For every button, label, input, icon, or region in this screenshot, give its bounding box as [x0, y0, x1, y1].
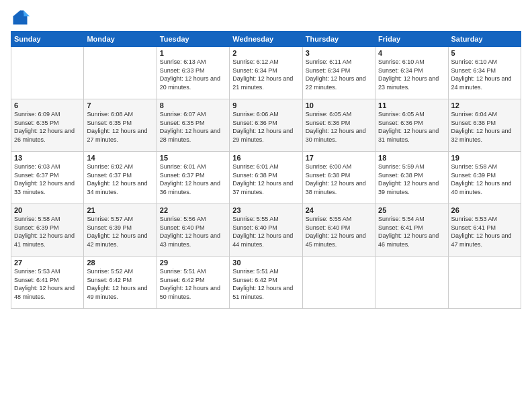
daylight-text: Daylight: 12 hours and 38 minutes.: [306, 180, 366, 195]
day-info: Sunrise: 6:01 AM Sunset: 6:37 PM Dayligh…: [160, 163, 226, 196]
day-number: 25: [378, 206, 445, 214]
daylight-text: Daylight: 12 hours and 49 minutes.: [87, 285, 147, 300]
day-cell: 6 Sunrise: 6:09 AM Sunset: 6:35 PM Dayli…: [11, 99, 84, 152]
day-number: 5: [451, 49, 518, 57]
day-info: Sunrise: 6:04 AM Sunset: 6:36 PM Dayligh…: [451, 110, 518, 144]
svg-marker-1: [24, 11, 30, 17]
sunrise-text: Sunrise: 5:57 AM: [87, 216, 133, 222]
day-cell: 26 Sunrise: 5:53 AM Sunset: 6:41 PM Dayl…: [448, 204, 521, 257]
day-number: 7: [87, 101, 153, 109]
day-number: 30: [232, 259, 299, 267]
day-info: Sunrise: 5:53 AM Sunset: 6:41 PM Dayligh…: [451, 215, 518, 248]
day-number: 18: [378, 154, 445, 162]
day-info: Sunrise: 6:06 AM Sunset: 6:36 PM Dayligh…: [232, 110, 299, 144]
day-number: 2: [232, 49, 299, 57]
sunrise-text: Sunrise: 6:13 AM: [160, 58, 206, 65]
sunset-text: Sunset: 6:37 PM: [160, 172, 205, 179]
header-cell: Tuesday: [157, 32, 229, 47]
logo: [11, 8, 32, 27]
day-number: 29: [160, 259, 226, 267]
day-cell: 17 Sunrise: 6:00 AM Sunset: 6:38 PM Dayl…: [302, 152, 375, 204]
day-cell: [11, 47, 84, 99]
sunset-text: Sunset: 6:36 PM: [306, 120, 351, 126]
day-cell: 8 Sunrise: 6:07 AM Sunset: 6:35 PM Dayli…: [157, 99, 229, 152]
daylight-text: Daylight: 12 hours and 23 minutes.: [378, 75, 439, 91]
day-cell: 19 Sunrise: 5:58 AM Sunset: 6:39 PM Dayl…: [448, 152, 521, 204]
daylight-text: Daylight: 12 hours and 30 minutes.: [306, 128, 366, 143]
sunset-text: Sunset: 6:35 PM: [14, 120, 59, 126]
header: [11, 8, 521, 27]
sunrise-text: Sunrise: 6:11 AM: [306, 58, 352, 65]
day-info: Sunrise: 5:57 AM Sunset: 6:39 PM Dayligh…: [87, 215, 153, 248]
sunrise-text: Sunrise: 6:02 AM: [87, 163, 133, 170]
sunrise-text: Sunrise: 6:09 AM: [14, 111, 60, 118]
header-row: SundayMondayTuesdayWednesdayThursdayFrid…: [11, 32, 521, 47]
daylight-text: Daylight: 12 hours and 36 minutes.: [160, 180, 220, 195]
sunrise-text: Sunrise: 5:53 AM: [14, 268, 60, 275]
daylight-text: Daylight: 12 hours and 43 minutes.: [160, 232, 220, 248]
day-cell: [375, 257, 448, 309]
calendar-page: SundayMondayTuesdayWednesdayThursdayFrid…: [0, 0, 532, 411]
day-info: Sunrise: 6:12 AM Sunset: 6:34 PM Dayligh…: [232, 58, 299, 91]
daylight-text: Daylight: 12 hours and 24 minutes.: [451, 75, 512, 91]
day-cell: 4 Sunrise: 6:10 AM Sunset: 6:34 PM Dayli…: [375, 47, 448, 99]
day-info: Sunrise: 6:02 AM Sunset: 6:37 PM Dayligh…: [87, 163, 153, 196]
day-cell: 25 Sunrise: 5:54 AM Sunset: 6:41 PM Dayl…: [375, 204, 448, 257]
sunrise-text: Sunrise: 6:06 AM: [232, 111, 279, 118]
day-info: Sunrise: 5:56 AM Sunset: 6:40 PM Dayligh…: [160, 215, 226, 248]
day-info: Sunrise: 6:09 AM Sunset: 6:35 PM Dayligh…: [14, 110, 81, 144]
week-row: 13 Sunrise: 6:03 AM Sunset: 6:37 PM Dayl…: [11, 152, 521, 204]
day-cell: 9 Sunrise: 6:06 AM Sunset: 6:36 PM Dayli…: [230, 99, 302, 152]
day-info: Sunrise: 6:03 AM Sunset: 6:37 PM Dayligh…: [14, 163, 81, 196]
day-info: Sunrise: 6:01 AM Sunset: 6:38 PM Dayligh…: [232, 163, 299, 196]
daylight-text: Daylight: 12 hours and 26 minutes.: [14, 128, 75, 143]
daylight-text: Daylight: 12 hours and 50 minutes.: [160, 285, 220, 300]
week-row: 1 Sunrise: 6:13 AM Sunset: 6:33 PM Dayli…: [11, 47, 521, 99]
sunset-text: Sunset: 6:34 PM: [451, 67, 496, 74]
day-number: 15: [160, 154, 226, 162]
day-info: Sunrise: 6:11 AM Sunset: 6:34 PM Dayligh…: [306, 58, 372, 91]
sunrise-text: Sunrise: 6:10 AM: [451, 58, 498, 65]
sunrise-text: Sunrise: 5:52 AM: [87, 268, 133, 275]
day-number: 11: [378, 101, 445, 109]
sunrise-text: Sunrise: 6:03 AM: [14, 163, 60, 170]
day-number: 14: [87, 154, 153, 162]
day-number: 26: [451, 206, 518, 214]
day-info: Sunrise: 6:05 AM Sunset: 6:36 PM Dayligh…: [378, 110, 445, 144]
daylight-text: Daylight: 12 hours and 29 minutes.: [232, 128, 293, 143]
day-cell: [302, 257, 375, 309]
sunset-text: Sunset: 6:35 PM: [87, 120, 132, 126]
day-cell: 24 Sunrise: 5:55 AM Sunset: 6:40 PM Dayl…: [302, 204, 375, 257]
day-info: Sunrise: 5:51 AM Sunset: 6:42 PM Dayligh…: [160, 267, 226, 301]
sunrise-text: Sunrise: 5:53 AM: [451, 216, 498, 222]
day-number: 24: [306, 206, 372, 214]
sunrise-text: Sunrise: 6:05 AM: [378, 111, 425, 118]
sunset-text: Sunset: 6:36 PM: [451, 120, 496, 126]
day-number: 16: [232, 154, 299, 162]
day-cell: 13 Sunrise: 6:03 AM Sunset: 6:37 PM Dayl…: [11, 152, 84, 204]
daylight-text: Daylight: 12 hours and 31 minutes.: [378, 128, 439, 143]
week-row: 27 Sunrise: 5:53 AM Sunset: 6:41 PM Dayl…: [11, 257, 521, 309]
day-cell: 21 Sunrise: 5:57 AM Sunset: 6:39 PM Dayl…: [84, 204, 157, 257]
day-cell: 2 Sunrise: 6:12 AM Sunset: 6:34 PM Dayli…: [230, 47, 302, 99]
day-cell: 22 Sunrise: 5:56 AM Sunset: 6:40 PM Dayl…: [157, 204, 229, 257]
day-info: Sunrise: 5:52 AM Sunset: 6:42 PM Dayligh…: [87, 267, 153, 301]
day-number: 4: [378, 49, 445, 57]
day-cell: 28 Sunrise: 5:52 AM Sunset: 6:42 PM Dayl…: [84, 257, 157, 309]
day-info: Sunrise: 6:13 AM Sunset: 6:33 PM Dayligh…: [160, 58, 226, 91]
sunset-text: Sunset: 6:39 PM: [87, 224, 132, 231]
sunrise-text: Sunrise: 6:05 AM: [306, 111, 352, 118]
day-number: 27: [14, 259, 81, 267]
sunset-text: Sunset: 6:38 PM: [306, 172, 351, 179]
calendar-table: SundayMondayTuesdayWednesdayThursdayFrid…: [11, 31, 521, 309]
day-number: 1: [160, 49, 226, 57]
sunrise-text: Sunrise: 5:56 AM: [160, 216, 206, 222]
header-cell: Saturday: [448, 32, 521, 47]
day-number: 19: [451, 154, 518, 162]
day-cell: 10 Sunrise: 6:05 AM Sunset: 6:36 PM Dayl…: [302, 99, 375, 152]
sunset-text: Sunset: 6:38 PM: [232, 172, 277, 179]
day-number: 28: [87, 259, 153, 267]
daylight-text: Daylight: 12 hours and 33 minutes.: [14, 180, 75, 195]
day-number: 3: [306, 49, 372, 57]
day-info: Sunrise: 6:10 AM Sunset: 6:34 PM Dayligh…: [451, 58, 518, 91]
